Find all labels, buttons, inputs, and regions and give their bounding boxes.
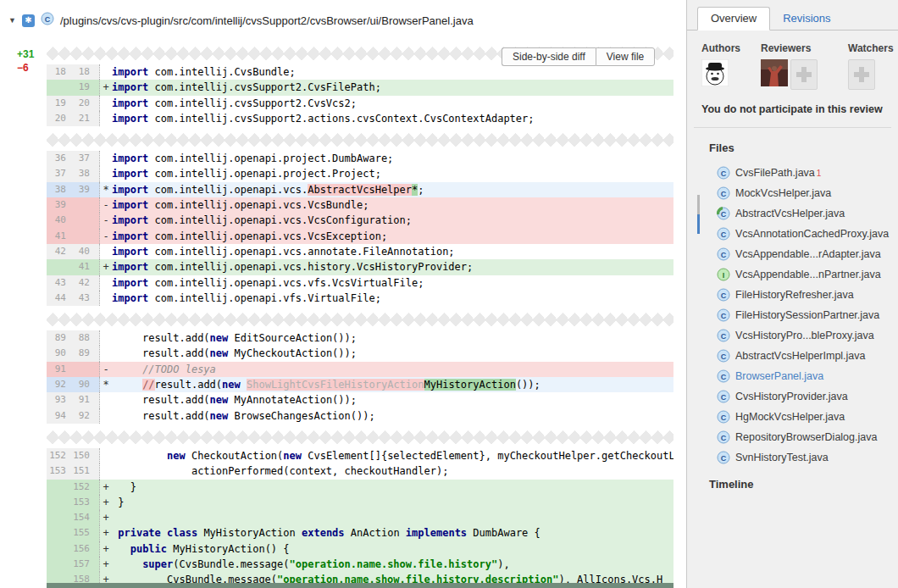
file-list-item[interactable]: CAbstractVcsHelperImpl.java (687, 346, 898, 366)
line-number-new[interactable]: 92 (70, 408, 94, 424)
line-number-gutter[interactable]: 152 (47, 480, 100, 495)
file-name[interactable]: VcsAppendable...nPartner.java (735, 269, 881, 280)
line-number-new[interactable]: 20 (70, 96, 94, 111)
line-number-new[interactable]: 43 (70, 291, 94, 306)
line-number-old[interactable]: 39 (47, 197, 70, 213)
line-number-new[interactable]: 90 (70, 377, 94, 392)
author-avatar[interactable] (701, 59, 729, 90)
file-list-item[interactable]: CSvnHistoryTest.java (687, 447, 898, 468)
line-number-old[interactable]: 43 (47, 275, 70, 291)
line-number-gutter[interactable]: 4342 (47, 275, 100, 291)
line-number-new[interactable]: 37 (70, 151, 94, 166)
file-list-item[interactable]: CCvsFilePath.java1 (687, 163, 898, 183)
collapsed-region-zigzag[interactable] (47, 430, 674, 444)
file-name[interactable]: SvnHistoryTest.java (735, 452, 829, 463)
line-number-old[interactable]: 19 (47, 96, 70, 111)
file-name[interactable]: FileHistoryRefresher.java (735, 289, 854, 301)
line-number-new[interactable] (70, 197, 94, 213)
line-number-gutter[interactable]: 156 (47, 541, 100, 557)
line-number-old[interactable] (47, 80, 70, 95)
file-name[interactable]: BrowserPanel.java (735, 370, 823, 382)
line-number-new[interactable]: 89 (70, 346, 94, 361)
line-number-gutter[interactable]: 157 (47, 557, 100, 572)
tab-revisions[interactable]: Revisions (770, 8, 843, 30)
add-reviewer-button[interactable] (790, 59, 818, 90)
line-number-new[interactable]: 38 (70, 166, 94, 181)
file-list-item[interactable]: CFileHistoryRefresher.java (687, 285, 898, 305)
line-number-gutter[interactable]: 155 (47, 525, 100, 541)
line-number-old[interactable] (47, 510, 70, 525)
line-number-old[interactable] (47, 259, 70, 275)
line-number-old[interactable]: 92 (47, 377, 70, 392)
line-number-new[interactable]: 156 (70, 541, 94, 557)
line-number-old[interactable]: 41 (47, 229, 70, 244)
line-number-gutter[interactable]: 4240 (47, 244, 100, 259)
line-number-gutter[interactable]: 9290 (47, 377, 100, 392)
line-number-gutter[interactable]: 3839 (47, 182, 100, 197)
line-number-new[interactable]: 152 (70, 480, 94, 495)
file-list-item[interactable]: CFileHistorySessionPartner.java (687, 305, 898, 325)
tab-overview[interactable]: Overview (697, 7, 770, 31)
line-number-new[interactable]: 153 (70, 495, 94, 510)
line-number-new[interactable] (70, 362, 94, 377)
line-number-gutter[interactable]: 1920 (47, 96, 100, 111)
file-list-item[interactable]: CVcsAnnotationCachedProxy.java (687, 224, 898, 244)
line-number-new[interactable] (70, 213, 94, 228)
line-number-gutter[interactable]: 3738 (47, 166, 100, 181)
file-name[interactable]: CvsHistoryProvider.java (735, 391, 848, 402)
line-number-gutter[interactable]: 153151 (47, 463, 100, 479)
line-number-old[interactable]: 37 (47, 166, 70, 181)
file-name[interactable]: VcsHistoryPro...bleProxy.java (735, 330, 874, 341)
line-number-old[interactable]: 42 (47, 244, 70, 259)
line-number-new[interactable]: 151 (70, 463, 94, 479)
line-number-gutter[interactable]: 19 (47, 80, 100, 95)
add-watcher-button[interactable] (848, 59, 875, 90)
file-list-item[interactable]: CMockVcsHelper.java (687, 183, 898, 203)
file-list-item[interactable]: CBrowserPanel.java (687, 366, 898, 386)
side-by-side-diff-button[interactable]: Side-by-side diff (502, 47, 596, 66)
line-number-old[interactable]: 20 (47, 111, 70, 126)
line-number-new[interactable]: 39 (70, 182, 94, 197)
line-number-old[interactable]: 90 (47, 346, 70, 361)
line-number-gutter[interactable]: 39 (47, 197, 100, 213)
line-number-gutter[interactable]: 2021 (47, 111, 100, 126)
line-number-new[interactable]: 155 (70, 525, 94, 541)
line-number-new[interactable]: 42 (70, 275, 94, 291)
file-name[interactable]: RepositoryBrowserDialog.java (735, 431, 877, 443)
file-name[interactable]: AbstractVcsHelper.java (735, 208, 845, 219)
collapsed-region-zigzag[interactable] (47, 133, 674, 147)
line-number-old[interactable] (47, 525, 70, 541)
line-number-old[interactable]: 36 (47, 151, 70, 166)
line-number-gutter[interactable]: 4443 (47, 291, 100, 306)
collapsed-region-zigzag[interactable] (47, 313, 674, 326)
line-number-new[interactable]: 40 (70, 244, 94, 259)
file-list-item[interactable]: CHgMockVcsHelper.java (687, 407, 898, 427)
line-number-gutter[interactable]: 152150 (47, 448, 100, 463)
line-number-old[interactable]: 44 (47, 291, 70, 306)
line-number-old[interactable]: 152 (47, 448, 70, 463)
file-list-item[interactable]: CVcsAppendable...rAdapter.java (687, 244, 898, 264)
line-number-old[interactable]: 93 (47, 392, 70, 408)
line-number-new[interactable]: 157 (70, 557, 94, 572)
file-list-item[interactable]: IVcsAppendable...nPartner.java (687, 264, 898, 285)
line-number-new[interactable]: 88 (70, 330, 94, 346)
line-number-gutter[interactable]: 153 (47, 495, 100, 510)
line-number-old[interactable] (47, 557, 70, 572)
file-name[interactable]: VcsAnnotationCachedProxy.java (735, 228, 889, 240)
line-number-old[interactable] (47, 480, 70, 495)
line-number-old[interactable] (47, 495, 70, 510)
file-name[interactable]: FileHistorySessionPartner.java (735, 309, 879, 321)
line-number-old[interactable]: 89 (47, 330, 70, 346)
line-number-gutter[interactable]: 9089 (47, 346, 100, 361)
line-number-new[interactable]: 18 (70, 64, 94, 80)
line-number-gutter[interactable]: 9391 (47, 392, 100, 408)
line-number-gutter[interactable]: 41 (47, 229, 100, 244)
line-number-old[interactable]: 18 (47, 64, 70, 80)
line-number-old[interactable]: 153 (47, 463, 70, 479)
line-number-gutter[interactable]: 41 (47, 259, 100, 275)
reviewer-avatar[interactable] (761, 59, 788, 90)
line-number-new[interactable]: 41 (70, 259, 94, 275)
line-number-new[interactable]: 21 (70, 111, 94, 126)
line-number-gutter[interactable]: 1818 (47, 64, 100, 80)
file-name[interactable]: MockVcsHelper.java (735, 187, 831, 199)
